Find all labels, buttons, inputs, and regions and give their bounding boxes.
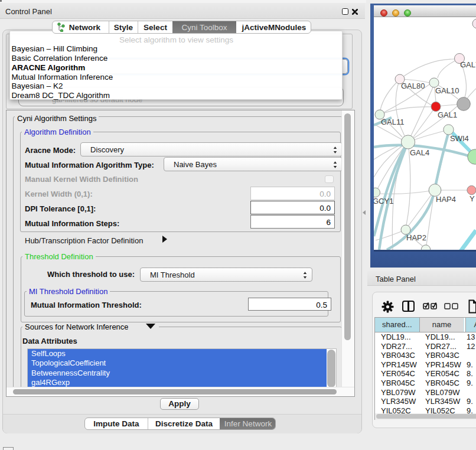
- svg-text:GAL11: GAL11: [381, 118, 405, 126]
- svg-text:GCY1: GCY1: [374, 197, 393, 206]
- svg-text:GAL7: GAL7: [460, 60, 476, 69]
- svg-text:SWI4: SWI4: [450, 134, 469, 143]
- svg-text:GAL1: GAL1: [438, 110, 457, 119]
- svg-text:GAL4: GAL4: [410, 148, 429, 157]
- svg-text:GAL10: GAL10: [435, 86, 459, 95]
- svg-text:Y: Y: [470, 194, 475, 203]
- svg-text:GAL80: GAL80: [401, 81, 425, 90]
- svg-text:HAP4: HAP4: [436, 195, 456, 204]
- svg-text:HAP2: HAP2: [406, 233, 426, 242]
